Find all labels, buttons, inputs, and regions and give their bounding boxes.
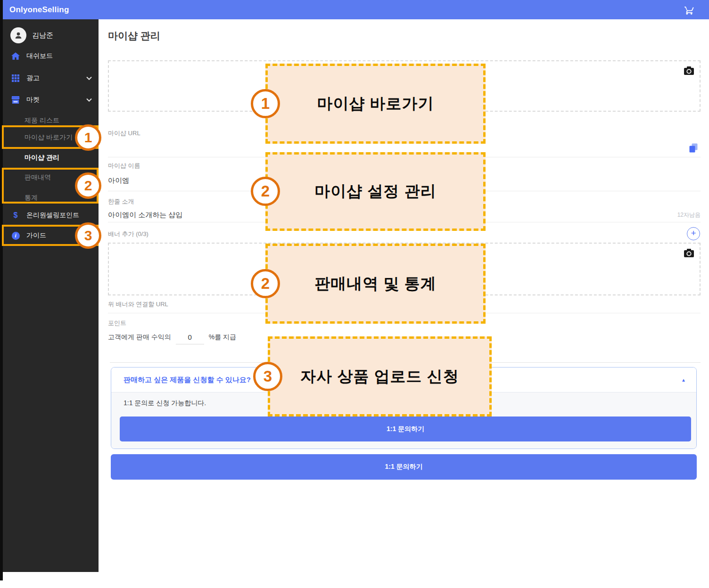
sidebar-badge-3: 3 <box>75 222 101 249</box>
faq-question: 판매하고 싶은 제품을 신청할 수 있나요? <box>124 376 251 384</box>
faq-answer: 1:1 문의로 신청 가능합니다. <box>124 399 206 408</box>
page-title: 마이샵 관리 <box>108 29 160 42</box>
grid-icon <box>10 74 21 82</box>
bottom-inquiry-button[interactable]: 1:1 문의하기 <box>111 454 697 480</box>
home-icon <box>10 52 21 60</box>
add-banner-button[interactable]: + <box>687 227 700 240</box>
camera-icon <box>684 249 694 259</box>
sidebar-badge-2: 2 <box>75 172 101 199</box>
point-percent-input[interactable] <box>176 333 204 344</box>
page-root: OnlyoneSelling 김남준 대쉬보드 광고 마켓 <box>0 0 709 588</box>
point-prefix: 고객에게 판매 수익의 <box>108 333 171 344</box>
sidebar-item-label: 마이샵 관리 <box>25 154 59 162</box>
chevron-down-icon <box>86 76 92 80</box>
sidebar-item-label: 대쉬보드 <box>26 52 53 60</box>
annotation-circle-4: 3 <box>253 362 282 391</box>
user-name: 김남준 <box>32 31 53 40</box>
sidebar-user[interactable]: 김남준 <box>3 26 99 45</box>
sidebar-item-label: 온리원셀링포인트 <box>26 211 79 220</box>
sidebar-item-ads[interactable]: 광고 <box>3 70 99 86</box>
banner-add-label: 배너 추가 (0/3) <box>108 230 148 238</box>
sidebar-item-dashboard[interactable]: 대쉬보드 <box>3 48 99 64</box>
sidebar-item-market[interactable]: 마켓 <box>3 92 99 108</box>
annotation-circle-3: 2 <box>251 269 280 298</box>
point-label: 포인트 <box>108 319 126 327</box>
collapse-arrow-icon[interactable]: ▲ <box>681 377 686 383</box>
sidebar-item-label: 광고 <box>26 74 40 82</box>
myshop-url-label: 마이샵 URL <box>108 129 140 138</box>
copy-icon[interactable] <box>689 143 698 155</box>
chars-remaining: 12자남음 <box>677 211 701 219</box>
annotation-circle-2: 2 <box>251 177 280 206</box>
point-row: 고객에게 판매 수익의 %를 지급 <box>108 333 236 344</box>
point-suffix: %를 지급 <box>209 333 236 344</box>
topbar: OnlyoneSelling <box>3 0 709 19</box>
dollar-icon: $ <box>10 211 21 220</box>
cart-icon[interactable] <box>684 4 695 16</box>
user-avatar-icon <box>10 27 26 43</box>
brand-logo: OnlyoneSelling <box>9 5 69 15</box>
sidebar-badge-1: 1 <box>75 124 101 151</box>
myshop-name-label: 마이샵 이름 <box>108 162 140 170</box>
sidebar-item-points[interactable]: $ 온리원셀링포인트 <box>3 207 99 223</box>
annotation-circle-1: 1 <box>251 89 280 118</box>
intro-label: 한줄 소개 <box>108 197 134 206</box>
annotation-box-1: 마이샵 바로가기 <box>265 64 486 144</box>
camera-icon <box>684 66 694 77</box>
sidebar-item-label: 마켓 <box>26 96 40 104</box>
faq-inquiry-button[interactable]: 1:1 문의하기 <box>120 416 691 441</box>
annotation-box-3: 판매내역 및 통계 <box>265 244 486 324</box>
annotation-box-2: 마이샵 설정 관리 <box>265 152 486 231</box>
annotation-box-4: 자사 상품 업로드 신청 <box>268 336 492 416</box>
sidebar-item-label: 제품 리스트 <box>25 116 59 125</box>
chevron-down-icon <box>86 98 92 102</box>
store-icon <box>10 96 21 104</box>
sidebar-item-myshop-manage[interactable]: 마이샵 관리 <box>3 151 99 165</box>
